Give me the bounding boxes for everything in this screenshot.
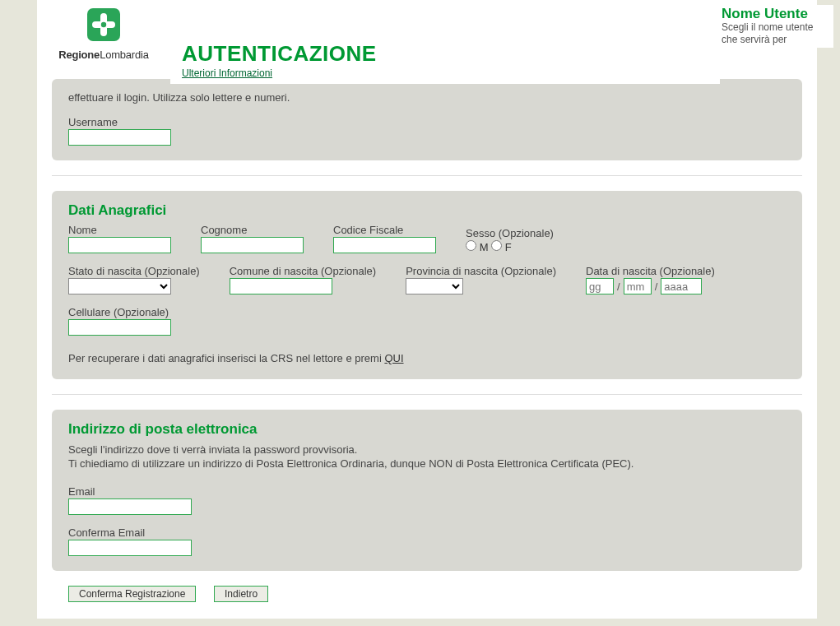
button-row: Conferma Registrazione Indietro (52, 586, 802, 602)
email-line1: Scegli l'indirizzo dove ti verrà inviata… (68, 443, 786, 457)
comune-label: Comune di nascita (Opzionale) (230, 265, 376, 277)
username-label: Username (68, 116, 786, 128)
date-sep-2: / (655, 281, 658, 293)
sesso-m-label: M (480, 241, 489, 253)
email-input[interactable] (68, 498, 192, 515)
confirm-registration-button[interactable]: Conferma Registrazione (68, 586, 196, 602)
nome-label: Nome (68, 224, 171, 236)
mm-input[interactable] (624, 278, 652, 294)
crs-link[interactable]: QUI (384, 352, 403, 364)
divider-1 (52, 175, 802, 176)
email-title: Indirizzo di posta elettronica (68, 421, 786, 438)
confirm-email-input[interactable] (68, 540, 192, 556)
data-label: Data di nascita (Opzionale) (586, 265, 717, 277)
aaaa-input[interactable] (661, 278, 702, 294)
email-line2: Ti chiediamo di utilizzare un indirizzo … (68, 457, 786, 471)
anagrafici-title: Dati Anagrafici (68, 202, 786, 219)
page-title: AUTENTICAZIONE (182, 41, 708, 67)
nome-input[interactable] (68, 237, 171, 253)
stato-select[interactable] (68, 278, 171, 294)
sesso-label: Sesso (Opzionale) (466, 227, 581, 239)
username-input[interactable] (68, 129, 171, 146)
cognome-label: Cognome (201, 224, 304, 236)
divider-2 (52, 394, 802, 395)
svg-point-7 (101, 22, 106, 27)
stato-label: Stato di nascita (Opzionale) (68, 265, 200, 277)
lombardia-logo-icon (86, 7, 122, 43)
crs-line: Per recuperare i dati anagrafici inseris… (68, 352, 786, 364)
confirm-email-label: Conferma Email (68, 526, 786, 539)
title-card: AUTENTICAZIONE Ulteriori Informazioni (170, 33, 720, 84)
email-label: Email (68, 485, 786, 498)
panel-anagrafici: Dati Anagrafici Nome Cognome Codice Fisc… (52, 191, 802, 379)
nome-utente-box: Nome Utente Scegli il nome utente che se… (718, 5, 833, 48)
nome-utente-title: Nome Utente (718, 5, 833, 21)
gg-input[interactable] (586, 278, 614, 294)
cf-input[interactable] (333, 237, 436, 253)
username-intro: effettuare il login. Utilizza solo lette… (68, 90, 786, 104)
more-info-link[interactable]: Ulteriori Informazioni (182, 67, 272, 79)
nome-utente-desc-prefix: Scegli il nome utente che servirà per (718, 21, 833, 46)
logo-card: RegioneLombardia (37, 0, 170, 79)
comune-input[interactable] (230, 278, 332, 294)
cell-label: Cellulare (Opzionale) (68, 306, 171, 318)
crs-prefix: Per recuperare i dati anagrafici inseris… (68, 352, 384, 364)
provincia-select[interactable] (406, 278, 463, 294)
content: effettuare il login. Utilizza solo lette… (37, 0, 817, 619)
cellulare-input[interactable] (68, 319, 171, 336)
cognome-input[interactable] (201, 237, 304, 253)
back-button[interactable]: Indietro (214, 586, 268, 602)
sesso-m-radio[interactable] (466, 240, 476, 251)
panel-username: effettuare il login. Utilizza solo lette… (52, 79, 802, 160)
provincia-label: Provincia di nascita (Opzionale) (406, 265, 556, 277)
brand-text: RegioneLombardia (37, 49, 170, 61)
sesso-f-radio[interactable] (491, 240, 502, 251)
sesso-f-label: F (505, 241, 512, 253)
panel-email: Indirizzo di posta elettronica Scegli l'… (52, 410, 802, 571)
date-sep-1: / (617, 281, 620, 293)
cf-label: Codice Fiscale (333, 224, 436, 236)
